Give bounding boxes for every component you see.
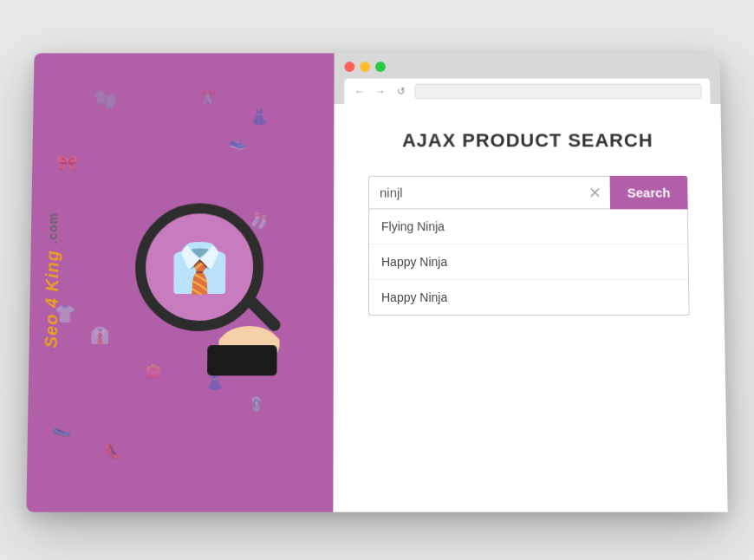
magnifier-illustration: 👔: [120, 194, 295, 385]
watermark: Seo 4 King .com: [42, 212, 64, 348]
nav-forward-button[interactable]: →: [374, 85, 387, 99]
main-card: ✂️ 👗 🧤 👟 🎀 🧦 👕 👔 👛 👗 🩴 🥿 👠 👔: [26, 53, 727, 511]
browser-address-bar: ← → ↺: [344, 79, 710, 104]
dropdown-item-3[interactable]: Happy Ninja: [369, 280, 689, 315]
dropdown-item-2[interactable]: Happy Ninja: [369, 244, 688, 280]
search-row: ✕ Search: [368, 176, 688, 210]
deco-icon-11: 🩴: [248, 395, 265, 412]
search-button[interactable]: Search: [610, 176, 688, 210]
dot-green[interactable]: [375, 62, 386, 72]
watermark-seo: Seo: [42, 314, 62, 348]
svg-text:👔: 👔: [170, 240, 231, 296]
deco-icon-8: 👔: [90, 326, 109, 345]
dot-red[interactable]: [344, 62, 354, 72]
nav-refresh-button[interactable]: ↺: [394, 85, 408, 99]
search-input-wrapper: ✕: [368, 176, 610, 210]
magnifier-svg: 👔: [120, 194, 295, 385]
watermark-4: 4: [42, 297, 61, 308]
browser-content: AJAX PRODUCT SEARCH ✕ Search Flying Ninj…: [333, 104, 727, 512]
svg-rect-5: [207, 345, 277, 375]
deco-icon-12: 🥿: [52, 419, 72, 438]
browser-dots: [344, 62, 710, 72]
deco-icon-3: 🧤: [94, 89, 117, 111]
deco-icon-4: 👟: [229, 134, 246, 151]
search-dropdown: Flying Ninja Happy Ninja Happy Ninja: [368, 209, 690, 316]
right-panel: ← → ↺ AJAX PRODUCT SEARCH ✕ Search Flyin…: [333, 53, 727, 511]
url-bar[interactable]: [415, 84, 702, 100]
browser-chrome: ← → ↺: [334, 53, 720, 104]
deco-icon-5: 🎀: [56, 153, 78, 173]
watermark-king: King: [42, 250, 62, 291]
left-panel: ✂️ 👗 🧤 👟 🎀 🧦 👕 👔 👛 👗 🩴 🥿 👠 👔: [26, 53, 334, 511]
watermark-com: .com: [46, 212, 61, 244]
deco-icon-1: ✂️: [198, 89, 216, 106]
nav-back-button[interactable]: ←: [353, 85, 367, 99]
dot-yellow[interactable]: [360, 62, 370, 72]
search-area: ✕ Search Flying Ninja Happy Ninja Happy …: [368, 176, 690, 316]
search-input[interactable]: [369, 177, 580, 209]
page-title: AJAX PRODUCT SEARCH: [402, 130, 653, 153]
deco-icon-13: 👠: [104, 442, 121, 459]
watermark-text: Seo 4 King .com: [42, 212, 64, 348]
deco-icon-2: 👗: [250, 107, 269, 127]
clear-button[interactable]: ✕: [580, 185, 610, 200]
dropdown-item-1[interactable]: Flying Ninja: [369, 209, 687, 244]
